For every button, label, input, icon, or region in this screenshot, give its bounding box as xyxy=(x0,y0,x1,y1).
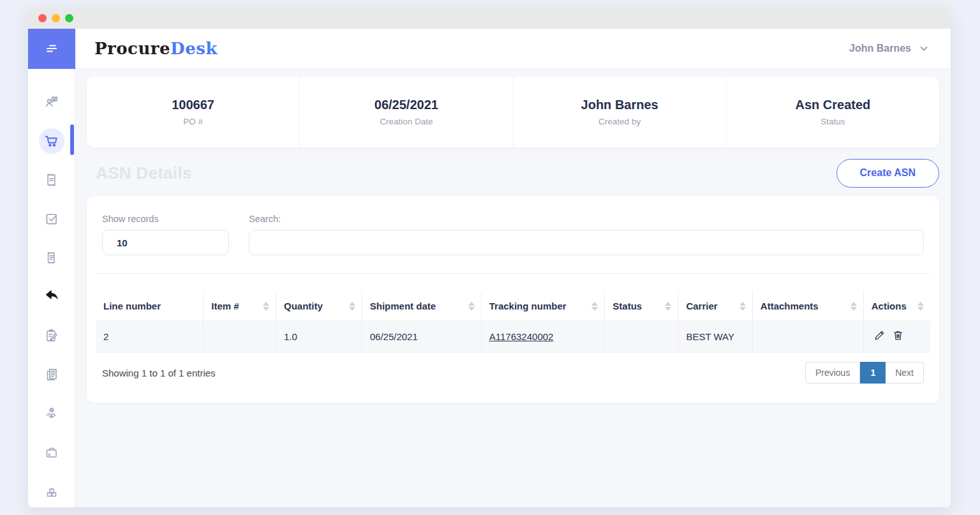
cell-quantity: 1.0 xyxy=(276,320,362,353)
creation-date-label: Creation Date xyxy=(380,117,433,126)
col-header-actions[interactable]: Actions xyxy=(863,292,930,320)
col-header-tracking-number[interactable]: Tracking number xyxy=(481,292,605,320)
status-label: Status xyxy=(820,117,845,126)
create-asn-button[interactable]: Create ASN xyxy=(836,159,939,188)
summary-creation-date: 06/25/2021 Creation Date xyxy=(300,77,513,147)
sort-icon xyxy=(263,302,269,311)
cell-status xyxy=(605,320,678,353)
handshake-icon xyxy=(43,405,60,422)
pagination: Previous 1 Next xyxy=(805,362,924,384)
section-divider xyxy=(96,273,930,274)
pagination-page-1-button[interactable]: 1 xyxy=(860,362,886,384)
sidebar-item-invoices[interactable] xyxy=(39,245,64,271)
return-arrow-icon xyxy=(43,288,61,306)
page-title: ASN Details xyxy=(96,163,192,183)
edit-row-button[interactable] xyxy=(872,329,887,341)
user-menu[interactable]: John Barnes xyxy=(849,43,929,54)
show-records-label: Show records xyxy=(102,214,229,224)
sidebar-nav xyxy=(28,69,75,507)
sort-icon xyxy=(665,302,671,311)
pencil-icon xyxy=(873,329,886,341)
entries-summary: Showing 1 to 1 of 1 entries xyxy=(102,368,216,378)
sidebar-item-suppliers[interactable] xyxy=(39,401,64,426)
invoice-icon xyxy=(43,250,60,266)
sidebar-item-receipts[interactable] xyxy=(39,167,64,193)
sort-icon xyxy=(917,302,924,311)
search-label: Search: xyxy=(249,214,924,224)
folder-icon xyxy=(43,444,60,461)
col-header-status[interactable]: Status xyxy=(605,292,678,320)
show-records-input[interactable] xyxy=(102,230,229,255)
col-header-carrier[interactable]: Carrier xyxy=(678,292,752,320)
cell-line-number: 2 xyxy=(96,320,204,353)
trash-icon xyxy=(892,329,904,341)
po-number-value: 100667 xyxy=(172,98,214,112)
receipt-icon xyxy=(43,172,60,188)
sidebar-item-catalog[interactable] xyxy=(39,440,64,465)
sort-icon xyxy=(349,302,355,311)
asn-details-card: Show records Search: xyxy=(87,196,939,403)
pagination-next-button[interactable]: Next xyxy=(886,362,924,384)
sort-icon xyxy=(468,302,475,311)
hamburger-menu-button[interactable] xyxy=(28,29,75,69)
po-number-label: PO # xyxy=(183,117,203,126)
hamburger-icon xyxy=(43,40,61,57)
active-nav-indicator xyxy=(70,124,74,155)
cell-item xyxy=(204,320,276,353)
created-by-label: Created by xyxy=(598,117,641,126)
asn-lines-table: Line number Item # Quantity Shipment dat… xyxy=(96,292,930,353)
sort-icon xyxy=(850,302,857,311)
user-name: John Barnes xyxy=(849,43,911,54)
cell-carrier: BEST WAY xyxy=(678,320,752,353)
sidebar-item-documents[interactable] xyxy=(39,362,64,387)
inventory-boxes-icon xyxy=(43,483,60,500)
cell-attachments xyxy=(752,320,863,353)
user-chat-icon xyxy=(43,94,60,110)
sidebar-item-approvals[interactable] xyxy=(39,206,64,232)
table-row: 2 1.0 06/25/2021 A11763240002 BEST WAY xyxy=(96,320,930,353)
creation-date-value: 06/25/2021 xyxy=(375,98,438,112)
chevron-down-icon xyxy=(919,43,929,54)
sidebar-item-inventory[interactable] xyxy=(39,479,64,504)
main-content: 100667 PO # 06/25/2021 Creation Date Joh… xyxy=(75,69,951,507)
col-header-quantity[interactable]: Quantity xyxy=(276,292,362,320)
sidebar-item-returns[interactable] xyxy=(39,284,64,310)
titlebar xyxy=(28,8,951,29)
col-header-item[interactable]: Item # xyxy=(204,292,276,320)
brand-logo: ProcureDesk xyxy=(94,39,218,58)
search-input[interactable] xyxy=(249,230,924,255)
table-header-row: Line number Item # Quantity Shipment dat… xyxy=(96,292,930,320)
minimize-window-dot[interactable] xyxy=(52,14,60,22)
sidebar-item-purchase-orders[interactable] xyxy=(39,128,64,154)
summary-status: Asn Created Status xyxy=(727,77,939,147)
summary-po-number: 100667 PO # xyxy=(87,77,300,147)
zoom-window-dot[interactable] xyxy=(65,14,73,22)
status-value: Asn Created xyxy=(795,98,870,112)
col-header-shipment-date[interactable]: Shipment date xyxy=(362,292,481,320)
documents-icon xyxy=(43,366,60,383)
pagination-previous-button[interactable]: Previous xyxy=(805,362,860,384)
cell-actions xyxy=(863,320,930,353)
cell-shipment-date: 06/25/2021 xyxy=(362,320,481,353)
app-window: ProcureDesk John Barnes xyxy=(28,8,951,507)
check-square-icon xyxy=(43,211,60,227)
tracking-number-link[interactable]: A11763240002 xyxy=(489,331,554,342)
clipboard-edit-icon xyxy=(43,327,60,344)
po-summary-card: 100667 PO # 06/25/2021 Creation Date Joh… xyxy=(87,77,939,147)
created-by-value: John Barnes xyxy=(581,98,658,112)
delete-row-button[interactable] xyxy=(890,329,906,341)
cell-tracking-number: A11763240002 xyxy=(481,320,605,353)
sort-icon xyxy=(739,302,746,311)
sidebar-item-notes[interactable] xyxy=(39,323,64,348)
shopping-cart-icon xyxy=(43,133,60,149)
close-window-dot[interactable] xyxy=(38,14,47,22)
sort-icon xyxy=(591,302,598,311)
sidebar-item-requests[interactable] xyxy=(39,89,64,115)
col-header-attachments[interactable]: Attachments xyxy=(752,292,863,320)
col-header-line-number[interactable]: Line number xyxy=(96,292,204,320)
app-header: ProcureDesk John Barnes xyxy=(28,29,951,69)
summary-created-by: John Barnes Created by xyxy=(514,77,727,147)
